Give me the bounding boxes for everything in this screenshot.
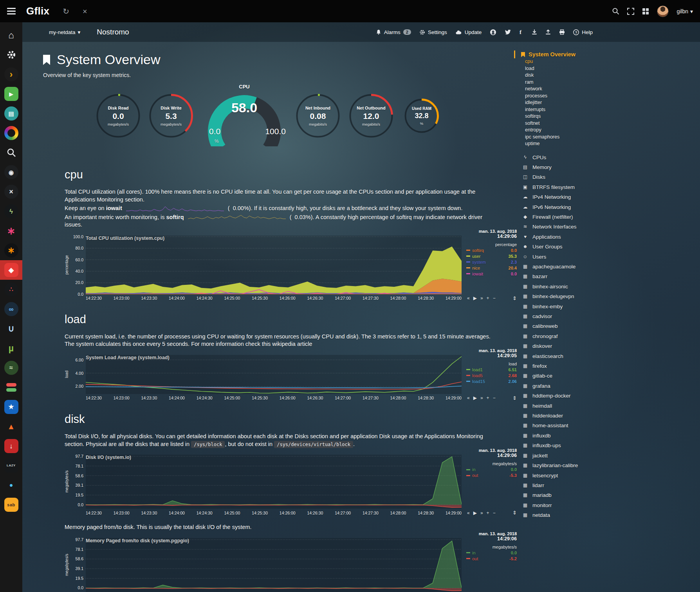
gauge-net-outbound[interactable]: Net Outbound12.0megabits/s xyxy=(348,93,394,139)
sidebar-app-droplet-app[interactable]: ● xyxy=(0,475,22,495)
menu-item-disk[interactable]: disk xyxy=(514,72,700,79)
menu-app-apacheguacamole[interactable]: ▦apacheguacamole xyxy=(514,262,700,272)
menu-app-binhex-airsonic[interactable]: ▦binhex-airsonic xyxy=(514,282,700,292)
menu-section-disks[interactable]: ◫Disks xyxy=(514,172,700,182)
user-menu[interactable]: gilbn▾ xyxy=(677,8,693,14)
menu-app-chronograf[interactable]: ▦chronograf xyxy=(514,331,700,341)
menu-item-idlejitter[interactable]: idlejitter xyxy=(514,99,700,106)
menu-app-netdata[interactable]: ▦netdata xyxy=(514,510,700,520)
menu-app-binhex-delugevpn[interactable]: ▦binhex-delugevpn xyxy=(514,292,700,301)
download-icon[interactable] xyxy=(532,29,537,35)
zoom-out-icon[interactable]: − xyxy=(493,510,496,516)
sidebar-app-settings[interactable] xyxy=(0,45,22,65)
menu-app-binhex-emby[interactable]: ▦binhex-emby xyxy=(514,302,700,311)
menu-app-grafana[interactable]: ▦grafana xyxy=(514,381,700,391)
sidebar-app-app-round-2[interactable]: × xyxy=(0,182,22,202)
menu-app-diskover[interactable]: ▦diskover xyxy=(514,341,700,351)
disk-io-chart-plot[interactable] xyxy=(86,455,462,509)
sidebar-app-gitlab[interactable]: ▲ xyxy=(0,417,22,436)
menu-section-btrfs-filesystem[interactable]: ▣BTRFS filesystem xyxy=(514,182,700,192)
sidebar-app-sabnzbd[interactable]: sab xyxy=(0,495,22,515)
sidebar-app-horseshoe-app[interactable]: ∪ xyxy=(0,319,22,338)
menu-app-elasticsearch[interactable]: ▦elasticsearch xyxy=(514,351,700,361)
server-dropdown[interactable]: my-netdata▾ xyxy=(49,29,80,35)
sidebar-app-share-app[interactable]: ∗ xyxy=(0,221,22,241)
pan-left-icon[interactable]: « xyxy=(467,295,470,301)
menu-app-gitlab-ce[interactable]: ▦gitlab-ce xyxy=(514,371,700,381)
menu-app-letsencrypt[interactable]: ▦letsencrypt xyxy=(514,471,700,480)
legend-row-system[interactable]: system2.3 xyxy=(466,260,517,265)
sidebar-app-heimdall[interactable]: ★ xyxy=(0,397,22,417)
menu-section-cpus[interactable]: ϟCPUs xyxy=(514,153,700,162)
sidebar-app-orange-app[interactable]: ∗ xyxy=(0,241,22,260)
menu-section-ipv6-networking[interactable]: ☁IPv6 Networking xyxy=(514,202,700,212)
menu-item-load[interactable]: load xyxy=(514,65,700,72)
menu-item-ram[interactable]: ram xyxy=(514,79,700,86)
play-icon[interactable]: ▶ xyxy=(473,510,477,516)
menu-item-uptime[interactable]: uptime xyxy=(514,140,700,148)
help-button[interactable]: ? Help xyxy=(573,29,593,35)
sidebar-app-search-app[interactable] xyxy=(0,143,22,162)
fullscreen-icon[interactable] xyxy=(627,8,634,15)
sidebar-app-utorrent[interactable]: µ xyxy=(0,338,22,358)
menu-app-monitorr[interactable]: ▦monitorr xyxy=(514,500,700,510)
legend-row-out[interactable]: out-5.2 xyxy=(466,556,517,561)
zoom-out-icon[interactable]: − xyxy=(493,395,496,401)
hamburger-menu-icon[interactable] xyxy=(0,0,22,22)
menu-item-ipc-semaphores[interactable]: ipc semaphores xyxy=(514,134,700,141)
apps-grid-icon[interactable] xyxy=(642,8,649,15)
gauge-cpu[interactable]: CPU58.00.0100.0% xyxy=(201,85,287,146)
sidebar-app-plex[interactable]: › xyxy=(0,65,22,84)
twitter-icon[interactable] xyxy=(505,29,511,35)
menu-app-home-assistant[interactable]: ▦home-assistant xyxy=(514,421,700,430)
legend-row-in[interactable]: in0.0 xyxy=(466,467,517,472)
menu-section-network-interfaces[interactable]: ≋Network Interfaces xyxy=(514,222,700,232)
gauge-used-ram[interactable]: Used RAM32.8% xyxy=(404,98,440,134)
menu-system-overview[interactable]: System Overview xyxy=(514,50,700,58)
sidebar-app-soundwave[interactable] xyxy=(0,123,22,143)
legend-row-softirq[interactable]: softirq0.0 xyxy=(466,248,517,253)
menu-item-softnet[interactable]: softnet xyxy=(514,120,700,127)
pan-right-icon[interactable]: » xyxy=(480,295,483,301)
sidebar-app-home[interactable]: ⌂ xyxy=(0,25,22,45)
menu-app-hddtemp-docker[interactable]: ▦hddtemp-docker xyxy=(514,391,700,401)
menu-item-softirqs[interactable]: softirqs xyxy=(514,113,700,120)
gauge-disk-read[interactable]: Disk Read0.0megabytes/s xyxy=(96,93,141,139)
legend-row-load15[interactable]: load152.06 xyxy=(466,379,517,384)
menu-item-processes[interactable]: processes xyxy=(514,93,700,100)
menu-item-cpu[interactable]: cpu xyxy=(514,58,700,65)
menu-app-bazarr[interactable]: ▦bazarr xyxy=(514,272,700,281)
menu-app-influxdb-ups[interactable]: ▦influxdb-ups xyxy=(514,441,700,450)
menu-item-interrupts[interactable]: interrupts xyxy=(514,106,700,113)
cpu-chart-plot[interactable] xyxy=(86,236,462,294)
close-tab-icon[interactable]: × xyxy=(83,7,87,15)
zoom-in-icon[interactable]: + xyxy=(487,510,489,516)
search-icon[interactable] xyxy=(612,7,619,15)
sidebar-app-netdata-active[interactable]: ◈ xyxy=(0,260,22,280)
upload-icon[interactable] xyxy=(545,29,551,35)
gauge-disk-write[interactable]: Disk Write5.3megabytes/s xyxy=(148,93,194,139)
zoom-in-icon[interactable]: + xyxy=(487,395,489,401)
menu-section-memory[interactable]: ▤Memory xyxy=(514,162,700,172)
update-button[interactable]: Update xyxy=(455,29,482,35)
menu-app-heimdall[interactable]: ▦heimdall xyxy=(514,401,700,411)
menu-app-calibreweb[interactable]: ▦calibreweb xyxy=(514,321,700,331)
legend-row-load1[interactable]: load16.51 xyxy=(466,367,517,372)
menu-app-jackett[interactable]: ▦jackett xyxy=(514,451,700,461)
sidebar-app-bars-app[interactable] xyxy=(0,378,22,397)
load-chart-plot[interactable] xyxy=(86,355,462,394)
menu-app-cadvisor[interactable]: ▦cadvisor xyxy=(514,311,700,321)
sidebar-app-bolt-app[interactable]: ϟ xyxy=(0,202,22,221)
sidebar-app-emby[interactable]: ▶ xyxy=(0,84,22,104)
menu-section-ipv4-networking[interactable]: ☁IPv4 Networking xyxy=(514,192,700,202)
menu-app-lazylibrarian-calibre[interactable]: ▦lazylibrarian-calibre xyxy=(514,461,700,470)
menu-section-users[interactable]: ☺Users xyxy=(514,252,700,262)
menu-app-lidarr[interactable]: ▦lidarr xyxy=(514,480,700,490)
refresh-tab-icon[interactable]: ↻ xyxy=(63,7,69,15)
play-icon[interactable]: ▶ xyxy=(473,295,477,301)
facebook-icon[interactable]: f xyxy=(520,29,523,35)
menu-app-hiddenloader[interactable]: ▦hiddenloader xyxy=(514,411,700,421)
menu-section-user-groups[interactable]: ☻User Groups xyxy=(514,242,700,252)
pan-right-icon[interactable]: » xyxy=(480,510,483,516)
pan-right-icon[interactable]: » xyxy=(480,395,483,401)
